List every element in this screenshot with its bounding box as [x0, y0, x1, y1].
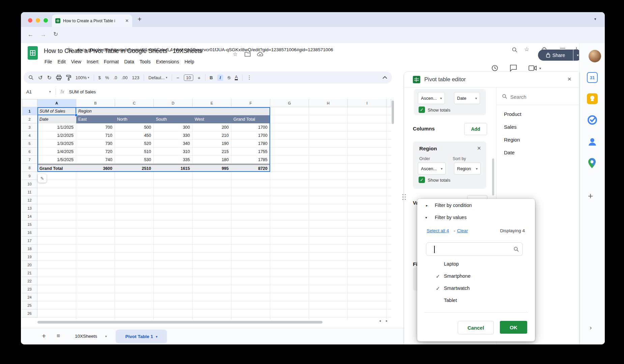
cell-data-r7c0[interactable]: 1/5/2025: [37, 156, 76, 164]
cell-data-r4c4[interactable]: 210: [193, 131, 231, 140]
cell-data-r5c5[interactable]: 1780: [231, 140, 270, 148]
percent-format-button[interactable]: %: [105, 75, 109, 80]
row-header-4[interactable]: 4: [22, 131, 37, 140]
bookmark-star-icon[interactable]: ☆: [524, 47, 529, 52]
cell-B1-region[interactable]: Region: [76, 107, 270, 115]
scroll-left-icon[interactable]: ◂: [379, 319, 381, 323]
menu-view[interactable]: View: [68, 58, 84, 65]
text-color-button[interactable]: A: [235, 75, 238, 80]
cell-total-c4[interactable]: 995: [193, 164, 231, 172]
forward-icon[interactable]: →: [40, 32, 46, 37]
expand-rail-icon[interactable]: ›: [590, 324, 592, 331]
row-header-22[interactable]: 22: [22, 277, 37, 285]
keep-icon[interactable]: [587, 93, 598, 104]
star-document-icon[interactable]: ☆: [233, 51, 237, 57]
cell-A1[interactable]: SUM of Sales: [37, 107, 76, 115]
row-header-6[interactable]: 6: [22, 148, 37, 156]
menu-extensions[interactable]: Extensions: [153, 58, 181, 65]
field-item-date[interactable]: Date: [504, 150, 515, 155]
cell-data-r3c3[interactable]: 300: [154, 123, 193, 131]
rows-show-totals-checkbox[interactable]: ✓: [419, 107, 425, 113]
row-header-18[interactable]: 18: [22, 245, 37, 253]
condition-expand-icon[interactable]: ▸: [426, 204, 428, 207]
filter-by-condition-label[interactable]: Filter by condition: [435, 203, 472, 208]
row-header-26[interactable]: 26: [22, 309, 37, 317]
ok-button[interactable]: OK: [500, 321, 527, 334]
row-header-5[interactable]: 5: [22, 140, 37, 148]
cell-data-r6c2[interactable]: 510: [115, 148, 154, 156]
column-header-G[interactable]: G: [270, 99, 309, 107]
clear-link[interactable]: Clear: [457, 228, 468, 233]
account-avatar[interactable]: [589, 50, 601, 62]
values-collapse-icon[interactable]: ▾: [425, 216, 427, 219]
document-title[interactable]: How to Create a Pivot Table in Google Sh…: [44, 48, 202, 55]
reload-icon[interactable]: ↻: [53, 31, 58, 37]
decrease-decimal-button[interactable]: .0: [113, 75, 117, 80]
sheet-tab-first[interactable]: 10XSheets: [75, 334, 97, 339]
cell-data-r4c5[interactable]: 1700: [231, 131, 270, 140]
row-header-25[interactable]: 25: [22, 301, 37, 309]
row-header-16[interactable]: 16: [22, 229, 37, 237]
cell-total-c1[interactable]: 3600: [76, 164, 115, 172]
panel-scrollbar[interactable]: [492, 158, 494, 195]
column-header-C[interactable]: C: [115, 99, 154, 107]
columns-sortby-select[interactable]: Region▾: [454, 162, 481, 175]
collapse-toolbar-icon[interactable]: [382, 76, 387, 79]
new-tab-button[interactable]: +: [138, 16, 142, 23]
columns-show-totals-checkbox[interactable]: ✓: [419, 177, 425, 183]
cell-data-r3c4[interactable]: 200: [193, 123, 231, 131]
column-header-A[interactable]: A: [37, 99, 76, 107]
undo-icon[interactable]: ↺: [38, 74, 42, 81]
comments-icon[interactable]: [510, 64, 517, 72]
menu-help[interactable]: Help: [182, 58, 197, 65]
cell-header-south[interactable]: South: [154, 115, 193, 123]
select-all-corner[interactable]: [22, 99, 37, 107]
field-search-input[interactable]: [510, 92, 575, 102]
column-header-E[interactable]: E: [193, 99, 231, 107]
move-folder-icon[interactable]: [245, 52, 251, 57]
row-header-14[interactable]: 14: [22, 212, 37, 220]
row-header-12[interactable]: 12: [22, 196, 37, 204]
sheet-tab-active[interactable]: Pivot Table 1 ▾: [116, 330, 167, 343]
pivot-range-handle[interactable]: [75, 114, 78, 117]
cell-data-r5c0[interactable]: 1/3/2025: [37, 140, 76, 148]
row-header-7[interactable]: 7: [22, 156, 37, 164]
select-all-link[interactable]: Select all 4: [427, 228, 449, 233]
menu-file[interactable]: File: [42, 58, 55, 65]
cell-data-r3c2[interactable]: 500: [115, 123, 154, 131]
increase-decimal-button[interactable]: .00: [121, 75, 127, 80]
back-icon[interactable]: ←: [28, 32, 33, 37]
cell-data-r3c1[interactable]: 700: [76, 123, 115, 131]
columns-order-select[interactable]: Ascen...▾: [418, 162, 446, 175]
meet-camera-icon[interactable]: [529, 65, 537, 71]
cell-data-r4c1[interactable]: 710: [76, 131, 115, 140]
calendar-icon[interactable]: 31: [587, 72, 598, 83]
field-item-sales[interactable]: Sales: [504, 124, 517, 130]
more-options-kebab-icon[interactable]: ⋮: [247, 74, 252, 81]
field-item-region[interactable]: Region: [504, 137, 520, 143]
bold-button[interactable]: B: [210, 75, 213, 80]
menu-edit[interactable]: Edit: [55, 58, 68, 65]
cell-data-r7c5[interactable]: 1785: [231, 156, 270, 164]
filter-item-smartphone[interactable]: Smartphone: [444, 273, 471, 279]
cell-data-r5c3[interactable]: 340: [154, 140, 193, 148]
name-box[interactable]: A1: [26, 89, 49, 94]
browser-tab[interactable]: How to Create a Pivot Table i ✕: [52, 14, 132, 27]
tab-close-icon[interactable]: ✕: [125, 18, 129, 23]
formula-value[interactable]: SUM of Sales: [69, 89, 95, 94]
row-header-13[interactable]: 13: [22, 204, 37, 212]
row-header-2[interactable]: 2: [22, 115, 37, 123]
row-header-9[interactable]: 9: [22, 172, 37, 180]
contacts-icon[interactable]: [587, 136, 598, 147]
cell-header-north[interactable]: North: [115, 115, 154, 123]
row-header-21[interactable]: 21: [22, 269, 37, 277]
edit-pivot-button[interactable]: ✎: [38, 174, 47, 183]
filter-item-smartwatch[interactable]: Smartwatch: [444, 285, 470, 291]
cell-data-r3c0[interactable]: 1/1/2025: [37, 123, 76, 131]
row-header-3[interactable]: 3: [22, 123, 37, 131]
rows-sortby-select[interactable]: Date▾: [454, 92, 480, 104]
scroll-right-icon[interactable]: ▸: [386, 319, 388, 323]
row-header-19[interactable]: 19: [22, 253, 37, 261]
all-sheets-icon[interactable]: ≡: [57, 333, 60, 339]
menu-format[interactable]: Format: [101, 58, 121, 65]
